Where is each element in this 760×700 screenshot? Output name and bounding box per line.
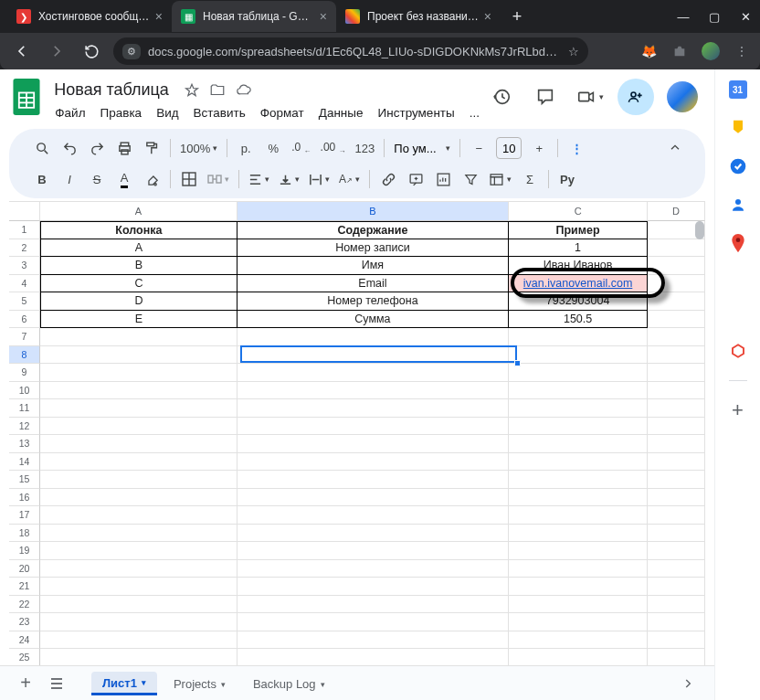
keep-icon[interactable] (729, 119, 747, 137)
site-settings-icon[interactable]: ⚙ (122, 44, 141, 59)
cell[interactable]: Содержание (238, 221, 509, 239)
text-color-button[interactable]: A (111, 166, 137, 192)
cell[interactable] (509, 525, 648, 543)
menu-view[interactable]: Вид (150, 103, 185, 122)
cell[interactable] (238, 346, 509, 365)
link-button[interactable] (375, 166, 401, 192)
increase-decimal-button[interactable]: .00 → (317, 135, 350, 161)
cell[interactable] (509, 631, 648, 650)
cell[interactable] (509, 435, 648, 453)
filter-button[interactable] (458, 166, 483, 192)
row-header[interactable]: 15 (9, 471, 40, 489)
cell[interactable] (238, 525, 509, 543)
close-icon[interactable]: ✕ (738, 9, 753, 24)
cell[interactable]: C (40, 275, 238, 293)
row-header[interactable]: 24 (9, 631, 40, 650)
cell[interactable] (509, 560, 648, 578)
row-header[interactable]: 3 (9, 257, 40, 275)
cell[interactable] (238, 471, 509, 489)
row-header[interactable]: 23 (9, 613, 40, 631)
close-icon[interactable]: × (484, 9, 491, 24)
cell[interactable] (238, 399, 509, 418)
column-header[interactable]: A (40, 202, 238, 221)
wrap-button[interactable] (305, 166, 333, 192)
scrollbar-thumb[interactable] (695, 221, 704, 239)
sheet-tab[interactable]: Лист1▾ (91, 672, 157, 695)
row-header[interactable]: 21 (9, 578, 40, 596)
row-header[interactable]: 5 (9, 292, 40, 311)
cell[interactable] (238, 435, 509, 453)
cell[interactable] (40, 471, 238, 489)
cell[interactable] (40, 399, 238, 418)
cell[interactable] (40, 506, 238, 525)
get-addons-icon[interactable]: + (729, 401, 747, 419)
menu-data[interactable]: Данные (312, 103, 370, 122)
cell[interactable] (238, 613, 509, 631)
cell[interactable] (509, 542, 648, 560)
row-header[interactable]: 20 (9, 560, 40, 578)
cell[interactable] (509, 471, 648, 489)
cell[interactable] (509, 596, 648, 614)
paint-format-icon[interactable] (139, 135, 164, 161)
cell[interactable] (238, 560, 509, 578)
cell[interactable] (238, 418, 509, 436)
cell[interactable]: Колонка (40, 221, 238, 239)
menu-file[interactable]: Файл (48, 103, 91, 122)
close-icon[interactable]: × (155, 9, 163, 24)
tasks-icon[interactable] (729, 157, 747, 175)
maximize-icon[interactable]: ▢ (707, 9, 722, 24)
cell[interactable]: Иван Иванов (509, 257, 648, 275)
column-header[interactable]: C (509, 202, 648, 221)
minimize-icon[interactable]: — (676, 9, 691, 24)
add-sheet-button[interactable]: + (13, 671, 38, 696)
menu-more[interactable]: ... (463, 103, 486, 122)
borders-button[interactable] (176, 166, 202, 192)
menu-format[interactable]: Формат (254, 103, 311, 122)
share-button[interactable] (618, 79, 654, 115)
doc-title[interactable]: Новая таблица (48, 79, 174, 101)
row-header[interactable]: 18 (9, 525, 40, 543)
extension-icon[interactable]: 🦊 (639, 42, 658, 60)
print-icon[interactable] (111, 135, 137, 161)
url-bar[interactable]: ⚙ docs.google.com/spreadsheets/d/1Ec6QL4… (113, 37, 588, 65)
cell[interactable] (509, 346, 648, 365)
cell[interactable]: D (40, 292, 238, 311)
strike-button[interactable]: S (84, 166, 110, 192)
row-header[interactable]: 14 (9, 453, 40, 472)
font-size-input[interactable]: 10 (496, 137, 522, 159)
cell[interactable] (238, 453, 509, 472)
browser-menu-icon[interactable]: ⋮ (733, 42, 751, 60)
zoom-dropdown[interactable]: 100% (176, 135, 221, 161)
font-size-decrease[interactable]: − (466, 135, 491, 161)
contacts-icon[interactable] (729, 196, 747, 214)
number-format-button[interactable]: 123 (352, 135, 379, 161)
filter-views-button[interactable] (485, 166, 515, 192)
sheet-tab[interactable]: Backup Log▾ (242, 673, 336, 694)
cell[interactable] (509, 489, 648, 507)
menu-edit[interactable]: Правка (94, 103, 149, 122)
cell[interactable]: E (40, 311, 238, 329)
move-icon[interactable] (209, 82, 226, 99)
row-header[interactable]: 22 (9, 596, 40, 614)
insert-chart-button[interactable] (430, 166, 456, 192)
row-header[interactable]: 12 (9, 418, 40, 436)
row-header[interactable]: 8 (9, 346, 40, 365)
font-dropdown[interactable] (390, 135, 454, 161)
cell[interactable] (509, 399, 648, 418)
cell[interactable] (509, 382, 648, 400)
extension-icon[interactable] (670, 42, 689, 60)
browser-tab[interactable]: ❯ Хостинговое сообщество × (7, 1, 172, 32)
cell[interactable] (238, 649, 509, 665)
cell[interactable]: 7932903004 (509, 292, 648, 311)
cell[interactable] (509, 506, 648, 525)
row-header[interactable]: 4 (9, 275, 40, 293)
cell[interactable] (40, 578, 238, 596)
cell[interactable] (40, 418, 238, 436)
row-header[interactable]: 13 (9, 435, 40, 453)
cell[interactable] (238, 489, 509, 507)
row-header[interactable]: 19 (9, 542, 40, 560)
cell[interactable] (238, 364, 509, 382)
cell[interactable] (40, 542, 238, 560)
row-header[interactable]: 17 (9, 506, 40, 525)
h-align-button[interactable] (245, 166, 273, 192)
